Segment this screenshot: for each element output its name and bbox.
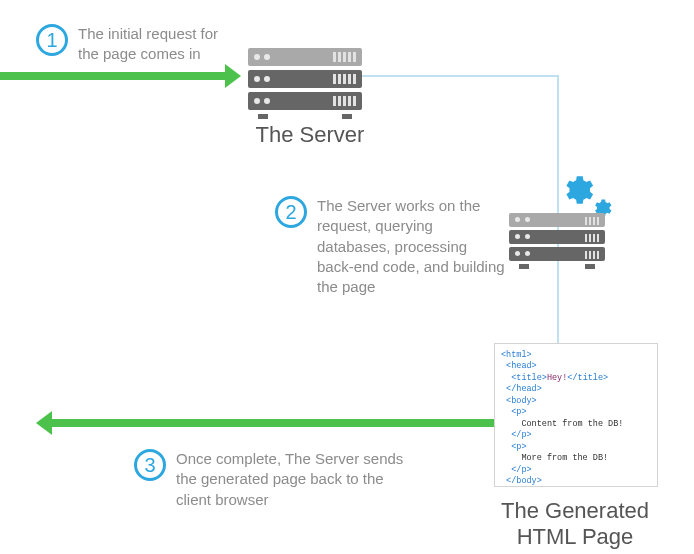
code-line: <head> bbox=[501, 361, 537, 371]
code-line: </title> bbox=[567, 373, 608, 383]
step-3-badge: 3 bbox=[134, 449, 166, 481]
server-label: The Server bbox=[245, 122, 375, 148]
code-line: <html> bbox=[501, 350, 532, 360]
generated-html-box: <html> <head> <title>Hey!</title> </head… bbox=[494, 343, 658, 487]
code-line: </body> bbox=[501, 476, 542, 486]
connector-line bbox=[361, 75, 558, 77]
step-1-number: 1 bbox=[46, 29, 57, 52]
step-1-badge: 1 bbox=[36, 24, 68, 56]
server-icon bbox=[248, 48, 362, 118]
code-text: Content from the DB! bbox=[501, 419, 623, 429]
step-3-text: Once complete, The Server sends the gene… bbox=[176, 449, 406, 510]
code-line: </p> bbox=[501, 430, 532, 440]
gear-icon bbox=[558, 172, 594, 208]
step-2-badge: 2 bbox=[275, 196, 307, 228]
generated-page-label: The Generated HTML Page bbox=[490, 498, 660, 550]
code-line: <body> bbox=[501, 396, 537, 406]
step-2-number: 2 bbox=[285, 201, 296, 224]
connector-line bbox=[557, 75, 559, 345]
code-line: <p> bbox=[501, 442, 527, 452]
arrow-request-in-icon bbox=[0, 72, 225, 80]
code-line: </head> bbox=[501, 384, 542, 394]
step-1-text: The initial request for the page comes i… bbox=[78, 24, 243, 65]
code-line: </p> bbox=[501, 465, 532, 475]
code-text: Hey! bbox=[547, 373, 567, 383]
code-line: <p> bbox=[501, 407, 527, 417]
step-2-text: The Server works on the request, queryin… bbox=[317, 196, 507, 297]
processing-server-icon bbox=[509, 213, 605, 268]
step-3-number: 3 bbox=[144, 454, 155, 477]
code-text: More from the DB! bbox=[501, 453, 608, 463]
arrow-response-out-icon bbox=[52, 419, 494, 427]
code-line: <title> bbox=[501, 373, 547, 383]
